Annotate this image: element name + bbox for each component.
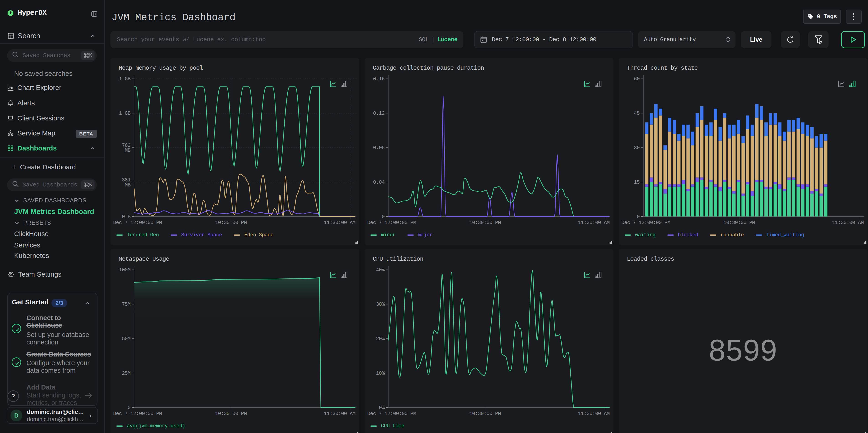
- svg-text:100M: 100M: [119, 267, 130, 273]
- svg-text:Dec 7 12:00:00 PM: Dec 7 12:00:00 PM: [367, 220, 416, 226]
- svg-text:Dec 7 12:00:00 PM: Dec 7 12:00:00 PM: [621, 220, 670, 226]
- svg-text:15: 15: [634, 180, 640, 185]
- svg-text:30: 30: [634, 145, 640, 151]
- svg-text:0.04: 0.04: [373, 180, 385, 185]
- svg-text:1 GB: 1 GB: [119, 76, 131, 82]
- svg-text:1 GB: 1 GB: [119, 111, 131, 116]
- svg-text:0%: 0%: [379, 405, 385, 411]
- svg-text:50M: 50M: [122, 336, 130, 342]
- svg-text:Dec 7 12:00:00 PM: Dec 7 12:00:00 PM: [113, 220, 162, 226]
- svg-text:10%: 10%: [376, 371, 385, 376]
- svg-text:0.16: 0.16: [373, 76, 384, 82]
- svg-text:0: 0: [382, 214, 384, 220]
- svg-text:60: 60: [634, 76, 640, 82]
- svg-text:11:30:00 AM: 11:30:00 AM: [578, 411, 610, 416]
- svg-text:30%: 30%: [376, 302, 385, 307]
- svg-text:0: 0: [637, 214, 640, 220]
- svg-text:11:30:00 AM: 11:30:00 AM: [324, 220, 355, 226]
- svg-text:0.12: 0.12: [373, 111, 384, 116]
- svg-text:0 B: 0 B: [122, 214, 130, 220]
- svg-text:11:30:00 AM: 11:30:00 AM: [578, 220, 610, 226]
- svg-text:45: 45: [634, 111, 640, 116]
- svg-text:10:30:00 PM: 10:30:00 PM: [215, 220, 247, 226]
- svg-text:Dec 7 12:00:00 PM: Dec 7 12:00:00 PM: [367, 411, 416, 416]
- svg-text:0.08: 0.08: [373, 145, 384, 151]
- svg-text:10:30:00 PM: 10:30:00 PM: [469, 220, 501, 226]
- svg-text:MB: MB: [125, 182, 131, 188]
- svg-text:MB: MB: [125, 148, 131, 153]
- svg-text:25M: 25M: [122, 371, 130, 376]
- svg-text:?: ?: [11, 393, 15, 400]
- svg-text:Dec 7 12:00:00 PM: Dec 7 12:00:00 PM: [113, 411, 162, 416]
- svg-text:20%: 20%: [376, 336, 385, 342]
- svg-text:11:30:00 AM: 11:30:00 AM: [832, 220, 864, 226]
- svg-text:11:30:00 AM: 11:30:00 AM: [324, 411, 355, 416]
- svg-text:10:30:00 PM: 10:30:00 PM: [469, 411, 501, 416]
- svg-text:40%: 40%: [376, 267, 385, 273]
- svg-text:75M: 75M: [122, 302, 130, 307]
- svg-text:10:30:00 PM: 10:30:00 PM: [215, 411, 247, 416]
- svg-text:0: 0: [127, 405, 130, 411]
- svg-text:10:30:00 PM: 10:30:00 PM: [723, 220, 755, 226]
